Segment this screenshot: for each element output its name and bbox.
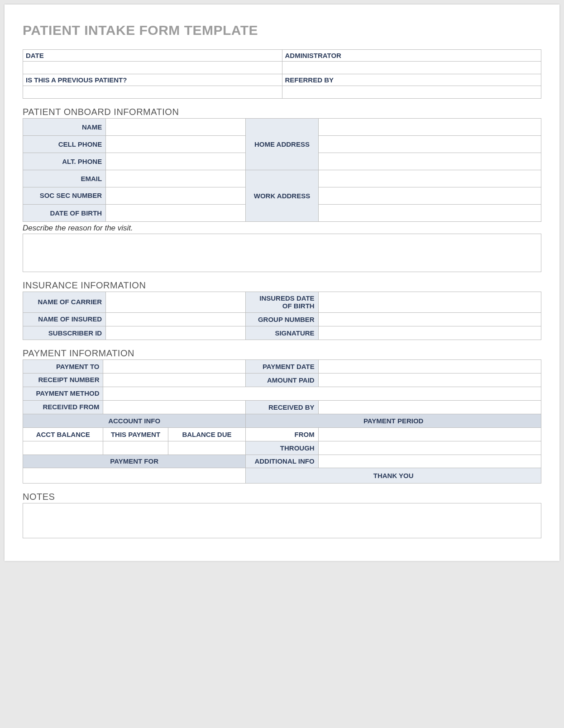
notes-section-title: NOTES <box>23 492 541 502</box>
work-address-line-2[interactable] <box>318 187 541 205</box>
receipt-number-label: RECEIPT NUMBER <box>23 374 103 387</box>
account-info-header: ACCOUNT INFO <box>23 414 246 427</box>
alt-phone-input[interactable] <box>106 153 246 170</box>
payment-for-input[interactable] <box>23 468 246 484</box>
page: PATIENT INTAKE FORM TEMPLATE DATE ADMINI… <box>5 5 559 561</box>
home-address-line-2[interactable] <box>318 136 541 153</box>
ssn-input[interactable] <box>106 187 246 205</box>
acct-balance-label: ACCT BALANCE <box>23 427 103 441</box>
payment-period-header: PAYMENT PERIOD <box>246 414 541 427</box>
notes-input[interactable] <box>23 503 541 538</box>
home-address-line-1[interactable] <box>318 119 541 136</box>
payment-date-input[interactable] <box>318 360 541 374</box>
home-address-line-3[interactable] <box>318 153 541 170</box>
payment-to-input[interactable] <box>103 360 246 374</box>
cell-phone-input[interactable] <box>106 136 246 153</box>
work-address-label: WORK ADDRESS <box>246 170 318 222</box>
previous-patient-label: IS THIS A PREVIOUS PATIENT? <box>23 74 282 86</box>
administrator-input[interactable] <box>282 62 541 74</box>
form-title: PATIENT INTAKE FORM TEMPLATE <box>23 23 541 38</box>
period-from-input[interactable] <box>318 427 541 441</box>
payment-method-input[interactable] <box>103 387 541 401</box>
carrier-input[interactable] <box>106 292 246 313</box>
dob-input[interactable] <box>106 205 246 222</box>
balance-due-input[interactable] <box>168 441 246 455</box>
insured-dob-label: INSUREDS DATE OF BIRTH <box>246 292 318 313</box>
payment-method-label: PAYMENT METHOD <box>23 387 103 401</box>
this-payment-input[interactable] <box>103 441 168 455</box>
email-input[interactable] <box>106 170 246 187</box>
insurance-section-title: INSURANCE INFORMATION <box>23 280 541 291</box>
work-address-line-3[interactable] <box>318 205 541 222</box>
work-address-line-1[interactable] <box>318 170 541 187</box>
payment-to-label: PAYMENT TO <box>23 360 103 374</box>
thank-you-label: THANK YOU <box>246 468 541 484</box>
referred-by-label: REFERRED BY <box>282 74 541 86</box>
amount-paid-input[interactable] <box>318 374 541 387</box>
acct-balance-input[interactable] <box>23 441 103 455</box>
date-input[interactable] <box>23 62 282 74</box>
cell-phone-label: CELL PHONE <box>23 136 106 153</box>
group-number-label: GROUP NUMBER <box>246 313 318 326</box>
this-payment-label: THIS PAYMENT <box>103 427 168 441</box>
name-label: NAME <box>23 119 106 136</box>
received-by-input[interactable] <box>318 400 541 414</box>
period-from-label: FROM <box>246 427 318 441</box>
receipt-number-input[interactable] <box>103 374 246 387</box>
insured-name-input[interactable] <box>106 313 246 326</box>
name-input[interactable] <box>106 119 246 136</box>
visit-reason-input[interactable] <box>23 234 541 272</box>
ssn-label: SOC SEC NUMBER <box>23 187 106 205</box>
insurance-table: NAME OF CARRIER INSUREDS DATE OF BIRTH N… <box>23 292 541 340</box>
insured-dob-input[interactable] <box>318 292 541 313</box>
date-label: DATE <box>23 50 282 61</box>
group-number-input[interactable] <box>318 313 541 326</box>
amount-paid-label: AMOUNT PAID <box>246 374 318 387</box>
payment-for-label: PAYMENT FOR <box>23 455 246 468</box>
period-through-label: THROUGH <box>246 441 318 455</box>
referred-by-input[interactable] <box>282 86 541 99</box>
dob-label: DATE OF BIRTH <box>23 205 106 222</box>
subscriber-id-label: SUBSCRIBER ID <box>23 326 106 340</box>
additional-info-label: ADDITIONAL INFO <box>246 455 318 468</box>
visit-reason-label: Describe the reason for the visit. <box>23 224 541 233</box>
email-label: EMAIL <box>23 170 106 187</box>
alt-phone-label: ALT. PHONE <box>23 153 106 170</box>
header-table: DATE ADMINISTRATOR IS THIS A PREVIOUS PA… <box>23 49 541 99</box>
signature-input[interactable] <box>318 326 541 340</box>
home-address-label: HOME ADDRESS <box>246 119 318 170</box>
received-by-label: RECEIVED BY <box>246 400 318 414</box>
insured-name-label: NAME OF INSURED <box>23 313 106 326</box>
received-from-label: RECEIVED FROM <box>23 400 103 414</box>
previous-patient-input[interactable] <box>23 86 282 99</box>
onboard-table: NAME HOME ADDRESS CELL PHONE ALT. PHONE … <box>23 118 541 222</box>
received-from-input[interactable] <box>103 400 246 414</box>
payment-table: PAYMENT TO PAYMENT DATE RECEIPT NUMBER A… <box>23 359 541 484</box>
subscriber-id-input[interactable] <box>106 326 246 340</box>
additional-info-input[interactable] <box>318 455 541 468</box>
onboard-section-title: PATIENT ONBOARD INFORMATION <box>23 107 541 117</box>
signature-label: SIGNATURE <box>246 326 318 340</box>
payment-date-label: PAYMENT DATE <box>246 360 318 374</box>
balance-due-label: BALANCE DUE <box>168 427 246 441</box>
payment-section-title: PAYMENT INFORMATION <box>23 348 541 359</box>
period-through-input[interactable] <box>318 441 541 455</box>
administrator-label: ADMINISTRATOR <box>282 50 541 61</box>
carrier-label: NAME OF CARRIER <box>23 292 106 313</box>
